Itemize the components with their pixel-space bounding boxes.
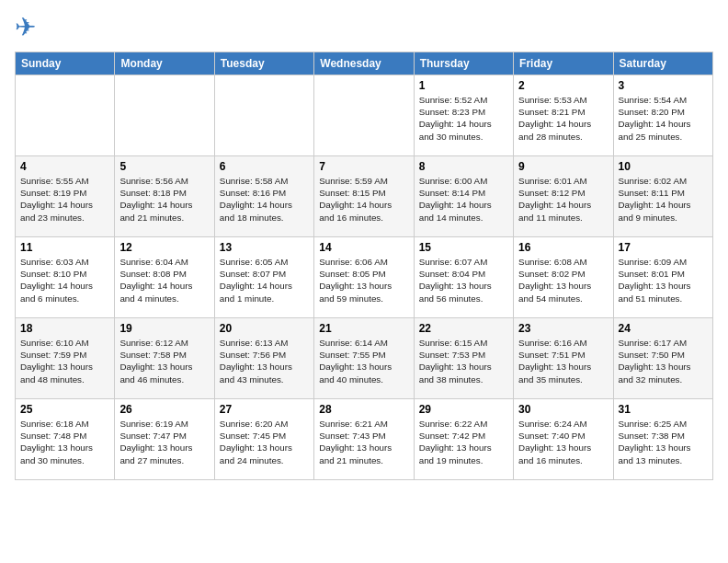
calendar-cell: 30Sunrise: 6:24 AMSunset: 7:40 PMDayligh… xyxy=(514,399,613,480)
calendar-table: Sunday Monday Tuesday Wednesday Thursday… xyxy=(15,52,713,480)
calendar-cell: 7Sunrise: 5:59 AMSunset: 8:15 PMDaylight… xyxy=(314,156,414,237)
col-sunday: Sunday xyxy=(16,52,115,75)
day-info: Sunrise: 5:55 AMSunset: 8:19 PMDaylight:… xyxy=(20,175,109,224)
day-info: Sunrise: 6:03 AMSunset: 8:10 PMDaylight:… xyxy=(20,256,109,304)
day-info: Sunrise: 6:09 AMSunset: 8:01 PMDaylight:… xyxy=(619,256,708,304)
calendar-cell: 25Sunrise: 6:18 AMSunset: 7:48 PMDayligh… xyxy=(16,399,115,480)
calendar-cell: 14Sunrise: 6:06 AMSunset: 8:05 PMDayligh… xyxy=(314,237,414,318)
day-info: Sunrise: 6:05 AMSunset: 8:07 PMDaylight:… xyxy=(220,256,309,304)
day-number: 27 xyxy=(220,403,309,416)
day-number: 15 xyxy=(419,241,508,254)
day-info: Sunrise: 6:24 AMSunset: 7:40 PMDaylight:… xyxy=(518,418,608,466)
calendar-cell xyxy=(214,75,313,156)
day-number: 9 xyxy=(518,160,608,173)
logo-bird-icon: ✈ xyxy=(15,15,36,40)
calendar-cell: 6Sunrise: 5:58 AMSunset: 8:16 PMDaylight… xyxy=(214,156,313,237)
calendar-week-2: 4Sunrise: 5:55 AMSunset: 8:19 PMDaylight… xyxy=(16,156,713,237)
day-info: Sunrise: 6:02 AMSunset: 8:11 PMDaylight:… xyxy=(619,175,708,224)
day-info: Sunrise: 5:53 AMSunset: 8:21 PMDaylight:… xyxy=(518,94,608,143)
calendar-cell: 21Sunrise: 6:14 AMSunset: 7:55 PMDayligh… xyxy=(314,318,414,399)
day-info: Sunrise: 6:08 AMSunset: 8:02 PMDaylight:… xyxy=(518,256,608,304)
calendar-cell: 10Sunrise: 6:02 AMSunset: 8:11 PMDayligh… xyxy=(613,156,712,237)
col-tuesday: Tuesday xyxy=(214,52,313,75)
day-info: Sunrise: 6:14 AMSunset: 7:55 PMDaylight:… xyxy=(319,337,408,385)
calendar-header-row: Sunday Monday Tuesday Wednesday Thursday… xyxy=(16,52,713,75)
calendar-cell: 27Sunrise: 6:20 AMSunset: 7:45 PMDayligh… xyxy=(214,399,313,480)
day-number: 25 xyxy=(20,403,109,416)
day-number: 24 xyxy=(619,322,708,335)
calendar-cell: 28Sunrise: 6:21 AMSunset: 7:43 PMDayligh… xyxy=(314,399,414,480)
day-number: 21 xyxy=(319,322,408,335)
day-info: Sunrise: 6:18 AMSunset: 7:48 PMDaylight:… xyxy=(20,418,109,466)
day-number: 1 xyxy=(419,79,508,92)
day-number: 14 xyxy=(319,241,408,254)
calendar-cell: 17Sunrise: 6:09 AMSunset: 8:01 PMDayligh… xyxy=(613,237,712,318)
calendar-cell: 18Sunrise: 6:10 AMSunset: 7:59 PMDayligh… xyxy=(16,318,115,399)
calendar-cell: 24Sunrise: 6:17 AMSunset: 7:50 PMDayligh… xyxy=(613,318,712,399)
calendar-cell xyxy=(115,75,214,156)
day-number: 13 xyxy=(220,241,309,254)
day-number: 22 xyxy=(419,322,508,335)
calendar-cell: 29Sunrise: 6:22 AMSunset: 7:42 PMDayligh… xyxy=(414,399,513,480)
calendar-cell: 15Sunrise: 6:07 AMSunset: 8:04 PMDayligh… xyxy=(414,237,513,318)
day-info: Sunrise: 6:22 AMSunset: 7:42 PMDaylight:… xyxy=(419,418,508,466)
day-number: 16 xyxy=(518,241,608,254)
day-number: 5 xyxy=(119,160,209,173)
day-info: Sunrise: 6:17 AMSunset: 7:50 PMDaylight:… xyxy=(619,337,708,385)
day-number: 3 xyxy=(619,79,708,92)
calendar-cell: 20Sunrise: 6:13 AMSunset: 7:56 PMDayligh… xyxy=(214,318,313,399)
col-saturday: Saturday xyxy=(613,52,712,75)
col-friday: Friday xyxy=(514,52,613,75)
day-info: Sunrise: 5:56 AMSunset: 8:18 PMDaylight:… xyxy=(119,175,209,224)
day-info: Sunrise: 6:21 AMSunset: 7:43 PMDaylight:… xyxy=(319,418,408,466)
day-info: Sunrise: 6:15 AMSunset: 7:53 PMDaylight:… xyxy=(419,337,508,385)
day-number: 6 xyxy=(220,160,309,173)
calendar-week-4: 18Sunrise: 6:10 AMSunset: 7:59 PMDayligh… xyxy=(16,318,713,399)
day-number: 31 xyxy=(619,403,708,416)
day-number: 19 xyxy=(119,322,209,335)
day-info: Sunrise: 6:07 AMSunset: 8:04 PMDaylight:… xyxy=(419,256,508,304)
calendar-week-1: 1Sunrise: 5:52 AMSunset: 8:23 PMDaylight… xyxy=(16,75,713,156)
calendar-cell: 5Sunrise: 5:56 AMSunset: 8:18 PMDaylight… xyxy=(115,156,214,237)
day-number: 17 xyxy=(619,241,708,254)
logo: ✈ xyxy=(15,15,40,40)
day-number: 10 xyxy=(619,160,708,173)
day-number: 20 xyxy=(220,322,309,335)
day-info: Sunrise: 6:10 AMSunset: 7:59 PMDaylight:… xyxy=(20,337,109,385)
page-header: ✈ xyxy=(15,15,713,40)
day-info: Sunrise: 5:59 AMSunset: 8:15 PMDaylight:… xyxy=(319,175,408,224)
calendar-cell: 19Sunrise: 6:12 AMSunset: 7:58 PMDayligh… xyxy=(115,318,214,399)
calendar-cell: 31Sunrise: 6:25 AMSunset: 7:38 PMDayligh… xyxy=(613,399,712,480)
day-info: Sunrise: 6:25 AMSunset: 7:38 PMDaylight:… xyxy=(619,418,708,466)
day-number: 18 xyxy=(20,322,109,335)
day-info: Sunrise: 6:16 AMSunset: 7:51 PMDaylight:… xyxy=(518,337,608,385)
calendar-cell: 11Sunrise: 6:03 AMSunset: 8:10 PMDayligh… xyxy=(16,237,115,318)
day-info: Sunrise: 6:20 AMSunset: 7:45 PMDaylight:… xyxy=(220,418,309,466)
calendar-week-3: 11Sunrise: 6:03 AMSunset: 8:10 PMDayligh… xyxy=(16,237,713,318)
day-number: 23 xyxy=(518,322,608,335)
calendar-cell: 1Sunrise: 5:52 AMSunset: 8:23 PMDaylight… xyxy=(414,75,513,156)
calendar-cell xyxy=(314,75,414,156)
day-info: Sunrise: 6:06 AMSunset: 8:05 PMDaylight:… xyxy=(319,256,408,304)
calendar-cell: 23Sunrise: 6:16 AMSunset: 7:51 PMDayligh… xyxy=(514,318,613,399)
col-thursday: Thursday xyxy=(414,52,513,75)
day-info: Sunrise: 5:54 AMSunset: 8:20 PMDaylight:… xyxy=(619,94,708,143)
calendar-cell: 12Sunrise: 6:04 AMSunset: 8:08 PMDayligh… xyxy=(115,237,214,318)
calendar-cell: 8Sunrise: 6:00 AMSunset: 8:14 PMDaylight… xyxy=(414,156,513,237)
calendar-cell xyxy=(16,75,115,156)
calendar-cell: 4Sunrise: 5:55 AMSunset: 8:19 PMDaylight… xyxy=(16,156,115,237)
day-number: 4 xyxy=(20,160,109,173)
day-info: Sunrise: 6:12 AMSunset: 7:58 PMDaylight:… xyxy=(119,337,209,385)
calendar-cell: 2Sunrise: 5:53 AMSunset: 8:21 PMDaylight… xyxy=(514,75,613,156)
day-info: Sunrise: 6:01 AMSunset: 8:12 PMDaylight:… xyxy=(518,175,608,224)
day-number: 28 xyxy=(319,403,408,416)
calendar-cell: 22Sunrise: 6:15 AMSunset: 7:53 PMDayligh… xyxy=(414,318,513,399)
day-number: 7 xyxy=(319,160,408,173)
col-wednesday: Wednesday xyxy=(314,52,414,75)
day-info: Sunrise: 6:04 AMSunset: 8:08 PMDaylight:… xyxy=(119,256,209,304)
day-number: 26 xyxy=(119,403,209,416)
calendar-week-5: 25Sunrise: 6:18 AMSunset: 7:48 PMDayligh… xyxy=(16,399,713,480)
day-info: Sunrise: 5:52 AMSunset: 8:23 PMDaylight:… xyxy=(419,94,508,143)
col-monday: Monday xyxy=(115,52,214,75)
calendar-cell: 3Sunrise: 5:54 AMSunset: 8:20 PMDaylight… xyxy=(613,75,712,156)
